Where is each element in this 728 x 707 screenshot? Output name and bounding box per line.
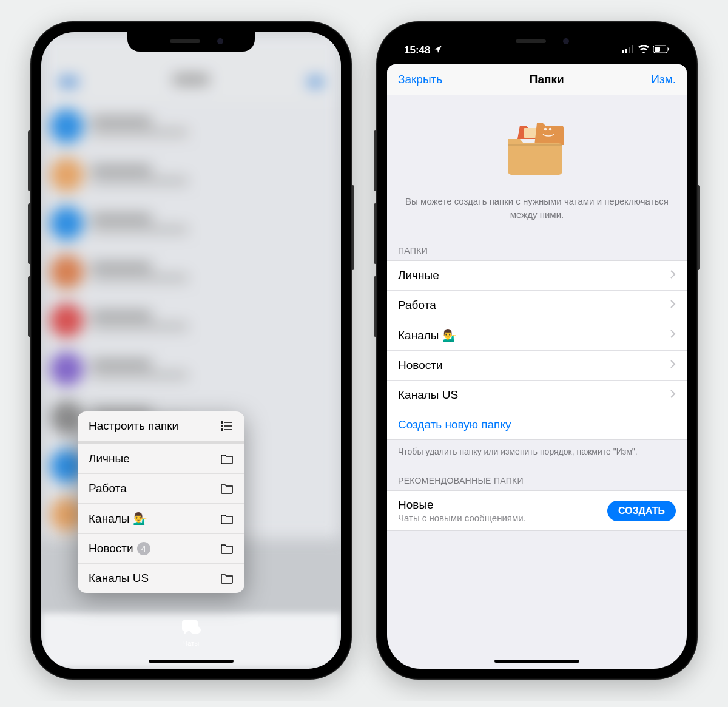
tab-chats-label: Чаты xyxy=(183,640,199,647)
hero-description: Вы можете создать папки с нужными чатами… xyxy=(405,195,669,222)
svg-rect-8 xyxy=(625,49,627,53)
folder-icon xyxy=(220,513,234,524)
svg-rect-7 xyxy=(622,50,624,53)
menu-folder-0[interactable]: Личные xyxy=(78,444,244,474)
menu-folder-label: Новости 4 xyxy=(89,542,150,555)
location-icon xyxy=(434,44,442,56)
svg-point-0 xyxy=(221,422,223,423)
edit-button[interactable]: Изм. xyxy=(651,73,676,86)
modal-header: Закрыть Папки Изм. xyxy=(387,64,687,95)
folder-icon xyxy=(220,483,234,494)
recommended-text: Новые Чаты с новыми сообщениями. xyxy=(398,498,526,523)
folder-row-1[interactable]: Работа xyxy=(387,291,687,320)
recommended-title: Новые xyxy=(398,498,526,512)
folders-modal: Закрыть Папки Изм. xyxy=(387,64,687,669)
svg-rect-13 xyxy=(668,48,669,51)
section-header-folders: ПАПКИ xyxy=(387,234,687,260)
folder-row-2[interactable]: Каналы 💁‍♂️ xyxy=(387,320,687,351)
chevron-right-icon xyxy=(670,328,676,342)
chevron-right-icon xyxy=(670,388,676,402)
context-menu: Настроить папки Личные Работа Каналы 💁‍♂… xyxy=(78,411,244,593)
close-button[interactable]: Закрыть xyxy=(398,73,442,86)
menu-configure-label: Настроить папки xyxy=(89,419,178,433)
svg-point-2 xyxy=(221,425,223,427)
svg-rect-10 xyxy=(632,45,633,53)
folder-icon xyxy=(220,573,234,584)
phone-right: 15:48 Закрыть Папки И xyxy=(376,21,698,680)
svg-point-15 xyxy=(544,128,547,131)
home-indicator[interactable] xyxy=(149,660,234,663)
svg-rect-9 xyxy=(629,47,630,53)
status-left: 15:48 xyxy=(404,44,442,56)
folders-footer: Чтобы удалить папку или изменить порядок… xyxy=(387,440,687,464)
folder-name: Личные xyxy=(398,269,439,282)
menu-configure-folders[interactable]: Настроить папки xyxy=(78,411,244,444)
chats-icon xyxy=(181,619,201,638)
svg-point-16 xyxy=(549,128,552,131)
folder-row-4[interactable]: Каналы US xyxy=(387,381,687,410)
create-folder-label: Создать новую папку xyxy=(398,418,511,431)
home-indicator[interactable] xyxy=(494,660,579,663)
chevron-right-icon xyxy=(670,299,676,312)
chevron-right-icon xyxy=(670,269,676,282)
battery-icon xyxy=(653,44,670,56)
phone-left: Настроить папки Личные Работа Каналы 💁‍♂… xyxy=(30,21,352,680)
folder-row-3[interactable]: Новости xyxy=(387,351,687,381)
svg-point-6 xyxy=(190,626,201,634)
chevron-right-icon xyxy=(670,359,676,372)
menu-folder-label: Личные xyxy=(89,452,130,465)
menu-folder-4[interactable]: Каналы US xyxy=(78,564,244,593)
folder-name: Каналы US xyxy=(398,388,458,402)
menu-folder-1[interactable]: Работа xyxy=(78,474,244,504)
folder-name: Каналы 💁‍♂️ xyxy=(398,328,457,342)
wifi-icon xyxy=(638,44,649,56)
section-header-recommended: РЕКОМЕНДОВАННЫЕ ПАПКИ xyxy=(387,464,687,490)
menu-folder-3[interactable]: Новости 4 xyxy=(78,534,244,564)
folders-list: Личные Работа Каналы 💁‍♂️ Новости Каналы… xyxy=(387,260,687,440)
menu-folder-label: Каналы US xyxy=(89,572,149,585)
notch xyxy=(127,32,255,52)
notch xyxy=(473,32,601,52)
menu-folder-label: Каналы 💁‍♂️ xyxy=(89,512,147,526)
screen-right: 15:48 Закрыть Папки И xyxy=(387,32,687,669)
unread-badge: 4 xyxy=(137,542,150,555)
svg-rect-12 xyxy=(655,47,660,52)
folder-illustration-icon xyxy=(405,107,669,195)
status-right xyxy=(622,44,670,56)
recommended-subtitle: Чаты с новыми сообщениями. xyxy=(398,513,526,523)
folder-name: Работа xyxy=(398,299,436,312)
folder-icon xyxy=(220,453,234,464)
folder-name: Новости xyxy=(398,359,443,372)
tab-chats[interactable]: Чаты xyxy=(181,619,201,647)
recommended-folder-row: Новые Чаты с новыми сообщениями. СОЗДАТЬ xyxy=(387,490,687,531)
create-recommended-button[interactable]: СОЗДАТЬ xyxy=(607,501,676,521)
folder-row-0[interactable]: Личные xyxy=(387,261,687,291)
svg-point-4 xyxy=(221,429,223,430)
menu-folder-2[interactable]: Каналы 💁‍♂️ xyxy=(78,504,244,534)
list-settings-icon xyxy=(220,421,234,431)
folder-icon xyxy=(220,543,234,554)
create-folder-button[interactable]: Создать новую папку xyxy=(387,410,687,439)
hero: Вы можете создать папки с нужными чатами… xyxy=(387,95,687,234)
status-time: 15:48 xyxy=(404,44,430,56)
menu-folder-label: Работа xyxy=(89,482,127,495)
modal-title: Папки xyxy=(530,73,564,86)
screen-left: Настроить папки Личные Работа Каналы 💁‍♂… xyxy=(41,32,341,669)
cellular-icon xyxy=(622,44,635,56)
